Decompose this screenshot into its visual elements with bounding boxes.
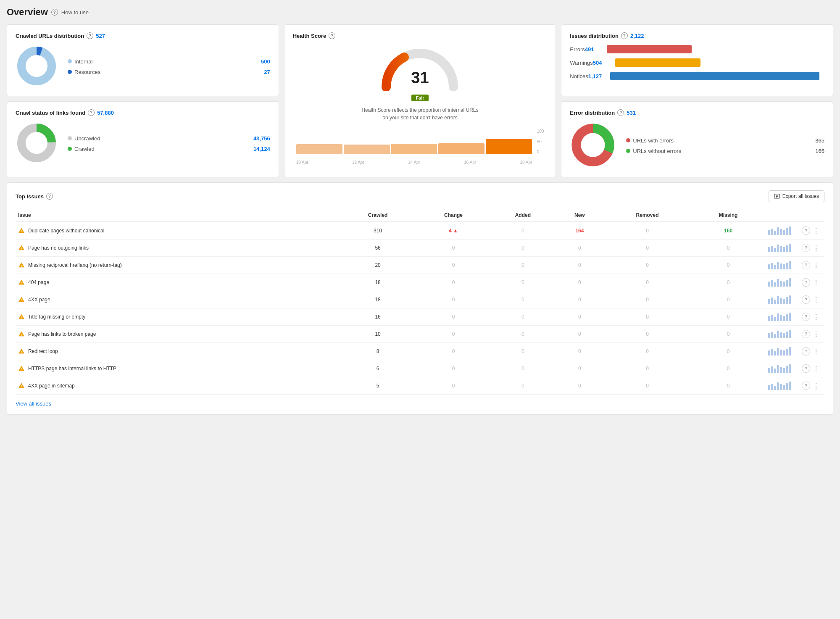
more-options-icon[interactable]: ⋮: [813, 330, 820, 338]
help-action-icon[interactable]: ?: [802, 244, 810, 252]
mini-bars-cell: [766, 274, 799, 291]
missing-zero: 0: [727, 262, 730, 268]
mini-bar: [774, 282, 776, 287]
mini-bar: [774, 231, 776, 235]
mini-bars: [768, 313, 797, 321]
removed-cell: 0: [604, 360, 691, 377]
change-cell: 4 ▲: [416, 222, 490, 240]
mini-bars: [768, 347, 797, 356]
mini-bar: [774, 334, 776, 338]
mini-bars-cell: [766, 257, 799, 274]
added-cell: 0: [490, 308, 556, 326]
mini-bar: [789, 295, 791, 304]
actions-cell: ? ⋮: [799, 240, 824, 257]
mini-bar: [783, 247, 785, 252]
change-cell: 0: [416, 343, 490, 360]
view-all-issues-link[interactable]: View all issues: [16, 400, 51, 407]
more-options-icon[interactable]: ⋮: [813, 296, 820, 304]
missing-zero: 0: [727, 279, 730, 285]
crawled-cell: 10: [339, 326, 416, 343]
crawled-cell: 18: [339, 291, 416, 308]
more-options-icon[interactable]: ⋮: [813, 382, 820, 390]
bar-item: [486, 139, 532, 154]
help-action-icon[interactable]: ?: [802, 347, 810, 356]
issue-name: Title tag missing or empty: [28, 314, 85, 320]
mini-bars-cell: [766, 308, 799, 326]
mini-bar: [780, 332, 782, 338]
issue-name: 4XX page: [28, 297, 50, 303]
mini-bar: [777, 296, 779, 304]
action-icons: ? ⋮: [802, 382, 822, 390]
more-options-icon[interactable]: ⋮: [813, 244, 820, 252]
issue-cell: ! HTTPS page has internal links to HTTP: [16, 360, 339, 377]
mini-bar: [771, 315, 773, 321]
issues-distribution-card: Issues distribution ? 2,122 Errors 491 W…: [561, 24, 833, 96]
crawl-status-title: Crawl status of links found ? 57,880: [16, 109, 270, 116]
help-action-icon[interactable]: ?: [802, 278, 810, 287]
help-action-icon[interactable]: ?: [802, 227, 810, 235]
issue-cell: ! 4XX page in sitemap: [16, 377, 339, 395]
mini-bar: [786, 245, 788, 252]
top-grid: Crawled URLs distribution ? 527: [7, 24, 833, 177]
issue-cell: ! 4XX page: [16, 291, 339, 308]
added-cell: 0: [490, 291, 556, 308]
col-removed: Removed: [604, 209, 691, 222]
mini-bar: [780, 384, 782, 390]
more-options-icon[interactable]: ⋮: [813, 348, 820, 356]
mini-bar: [768, 368, 770, 373]
new-zero: 0: [578, 366, 581, 371]
issues-count: 504: [593, 60, 610, 66]
table-row: ! 404 page 18 0 0 0 0 0 ? ⋮: [16, 274, 824, 291]
warning-icon: !: [18, 365, 25, 372]
added-cell: 0: [490, 326, 556, 343]
warning-icon: !: [18, 313, 25, 320]
actions-cell: ? ⋮: [799, 343, 824, 360]
issues-dist-row: Errors 491: [570, 45, 824, 53]
help-action-icon[interactable]: ?: [802, 261, 810, 269]
warning-icon: !: [18, 245, 25, 251]
help-action-icon[interactable]: ?: [802, 364, 810, 373]
svg-text:!: !: [21, 385, 22, 388]
health-score-help-icon: ?: [329, 32, 335, 39]
export-all-issues-button[interactable]: Export all issues: [769, 190, 824, 202]
help-action-icon[interactable]: ?: [802, 330, 810, 338]
issue-inner: ! HTTPS page has internal links to HTTP: [18, 365, 337, 372]
help-action-icon[interactable]: ?: [802, 295, 810, 304]
error-dist-donut: [570, 122, 616, 169]
mini-bar: [783, 264, 785, 269]
missing-zero: 0: [727, 245, 730, 251]
mini-bars-cell: [766, 377, 799, 395]
change-zero: 0: [452, 331, 455, 337]
mini-bar: [783, 350, 785, 356]
mini-bar: [777, 245, 779, 252]
mini-bar: [789, 330, 791, 338]
how-to-use-link[interactable]: How to use: [61, 9, 89, 16]
more-options-icon[interactable]: ⋮: [813, 261, 820, 269]
more-options-icon[interactable]: ⋮: [813, 313, 820, 321]
urls-no-errors-dot: [626, 149, 630, 153]
bar-chart-y-labels: 100 50 0: [537, 129, 544, 154]
missing-zero: 0: [727, 383, 730, 389]
more-options-icon[interactable]: ⋮: [813, 279, 820, 287]
action-icons: ? ⋮: [802, 261, 822, 269]
more-options-icon[interactable]: ⋮: [813, 227, 820, 235]
new-zero: 0: [578, 262, 581, 268]
change-cell: 0: [416, 257, 490, 274]
col-added: Added: [490, 209, 556, 222]
warning-icon: !: [18, 331, 25, 337]
action-icons: ? ⋮: [802, 278, 822, 287]
mini-bars: [768, 261, 797, 269]
issues-dist-help-icon: ?: [621, 32, 628, 39]
more-options-icon[interactable]: ⋮: [813, 365, 820, 373]
missing-cell: 0: [691, 343, 766, 360]
warning-icon: !: [18, 279, 25, 286]
issues-label: Errors: [570, 46, 585, 53]
mini-bar: [771, 384, 773, 390]
help-action-icon[interactable]: ?: [802, 382, 810, 390]
crawled-cell: 16: [339, 308, 416, 326]
new-cell: 0: [556, 377, 604, 395]
help-action-icon[interactable]: ?: [802, 313, 810, 321]
change-zero: 0: [452, 245, 455, 251]
missing-cell: 0: [691, 291, 766, 308]
added-cell: 0: [490, 377, 556, 395]
